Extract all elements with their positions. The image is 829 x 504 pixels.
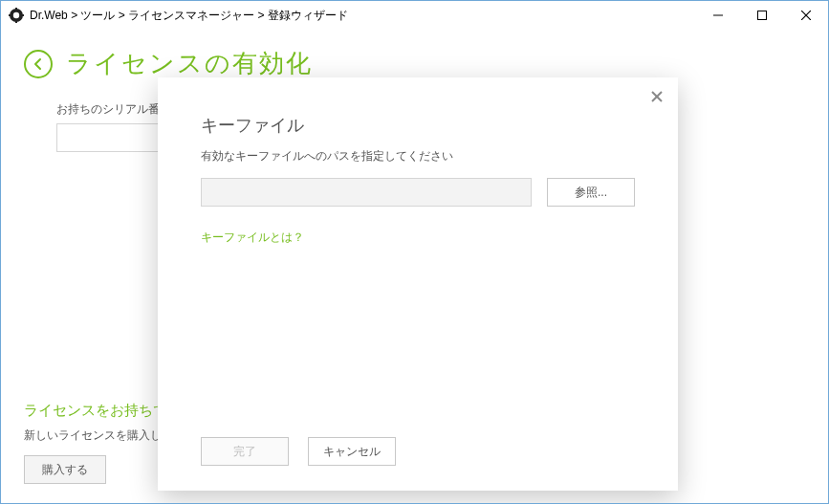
dialog-button-row: 完了 キャンセル <box>201 437 396 466</box>
svg-rect-4 <box>9 14 11 16</box>
minimize-button[interactable] <box>696 1 740 30</box>
svg-point-1 <box>13 12 19 18</box>
keyfile-help-link[interactable]: キーファイルとは？ <box>201 230 304 244</box>
maximize-button[interactable] <box>740 1 784 30</box>
path-row: 参照... <box>201 178 635 207</box>
dialog-close-button[interactable] <box>645 85 668 108</box>
svg-rect-2 <box>15 8 17 11</box>
browse-button[interactable]: 参照... <box>547 178 635 207</box>
keyfile-path-input[interactable] <box>201 178 532 207</box>
keyfile-dialog: キーファイル 有効なキーファイルへのパスを指定してください 参照... キーファ… <box>158 77 678 491</box>
back-button[interactable] <box>24 50 53 78</box>
dialog-title: キーファイル <box>201 114 635 137</box>
svg-rect-7 <box>758 11 767 20</box>
svg-rect-3 <box>15 20 17 23</box>
app-icon <box>9 8 24 23</box>
buy-button[interactable]: 購入する <box>24 455 106 484</box>
cancel-button[interactable]: キャンセル <box>308 437 396 466</box>
header-row: ライセンスの有効化 <box>24 47 794 80</box>
finish-button: 完了 <box>201 437 289 466</box>
window-titlebar: Dr.Web > ツール > ライセンスマネージャー > 登録ウィザード <box>1 1 828 30</box>
breadcrumb: Dr.Web > ツール > ライセンスマネージャー > 登録ウィザード <box>30 8 696 24</box>
window-buttons <box>696 1 828 30</box>
dialog-instruction: 有効なキーファイルへのパスを指定してください <box>201 148 635 164</box>
page-title: ライセンスの有効化 <box>66 47 313 80</box>
svg-rect-5 <box>21 14 24 16</box>
close-button[interactable] <box>784 1 828 30</box>
